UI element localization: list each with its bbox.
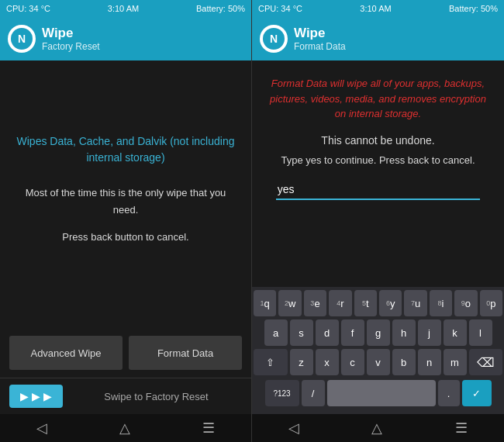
key-p[interactable]: 0p	[480, 290, 502, 316]
undone-text: This cannot be undone.	[321, 134, 434, 147]
right-nav-bar: ◁ △ ☰	[252, 414, 504, 442]
key-e[interactable]: 3e	[304, 290, 326, 316]
key-m[interactable]: m	[444, 349, 467, 375]
time-label-right: 3:10 AM	[360, 4, 391, 13]
home-button-left[interactable]: △	[119, 420, 130, 437]
right-subtitle: Format Data	[294, 41, 346, 52]
key-l[interactable]: l	[469, 319, 492, 346]
delete-key[interactable]: ⌫	[469, 349, 503, 375]
home-button-right[interactable]: △	[371, 420, 382, 437]
key-r[interactable]: 4r	[329, 290, 351, 316]
arrow-2: ▶	[32, 390, 40, 402]
logo-left: N	[8, 25, 36, 53]
key-s[interactable]: s	[290, 319, 313, 346]
swipe-label: Swipe to Factory Reset	[71, 391, 242, 402]
key-z[interactable]: z	[290, 349, 313, 375]
logo-right: N	[260, 25, 288, 53]
period-key[interactable]: .	[438, 380, 460, 406]
status-bar-left: CPU: 34 °C 3:10 AM Battery: 50%	[0, 0, 251, 17]
key-j[interactable]: j	[418, 319, 441, 346]
right-header: N Wipe Format Data	[252, 17, 504, 60]
left-header-text: Wipe Factory Reset	[42, 26, 100, 52]
arrow-3: ▶	[43, 390, 52, 402]
menu-button-right[interactable]: ☰	[455, 420, 468, 437]
left-bottom-buttons: Advanced Wipe Format Data	[0, 328, 251, 378]
key-b[interactable]: b	[392, 349, 416, 375]
key-g[interactable]: g	[367, 319, 390, 346]
key-k[interactable]: k	[444, 319, 467, 346]
key-u[interactable]: 7u	[404, 290, 426, 316]
menu-button-left[interactable]: ☰	[202, 420, 215, 437]
type-prompt: Type yes to continue. Press back to canc…	[281, 154, 475, 166]
keyboard-row2: a s d f g h j k l	[254, 319, 502, 346]
right-content: Format Data will wipe all of your apps, …	[252, 60, 504, 287]
swipe-bar[interactable]: ▶ ▶ ▶ Swipe to Factory Reset	[0, 378, 251, 414]
cpu-label-right: CPU: 34 °C	[258, 4, 302, 13]
left-panel: CPU: 34 °C 3:10 AM Battery: 50% N Wipe F…	[0, 0, 252, 442]
key-i[interactable]: 8i	[430, 290, 452, 316]
logo-inner-right: N	[263, 28, 285, 50]
arrow-1: ▶	[20, 390, 29, 402]
shift-key[interactable]: ⇧	[254, 349, 288, 375]
status-bar-right: CPU: 34 °C 3:10 AM Battery: 50%	[252, 0, 504, 17]
keyboard-row-nums: 1q 2w 3e 4r 5t 6y 7u 8i 9o 0p	[254, 290, 502, 316]
format-data-button[interactable]: Format Data	[129, 336, 242, 370]
left-nav-bar: ◁ △ ☰	[0, 414, 251, 442]
keyboard-row3: ⇧ z x c v b n m ⌫	[254, 349, 502, 375]
key-t[interactable]: 5t	[354, 290, 377, 316]
battery-label-left: Battery: 50%	[196, 4, 245, 13]
right-header-text: Wipe Format Data	[294, 26, 346, 52]
left-content: Wipes Data, Cache, and Dalvik (not inclu…	[0, 60, 251, 328]
slash-key[interactable]: /	[302, 380, 325, 406]
key-c[interactable]: c	[341, 349, 364, 375]
left-header: N Wipe Factory Reset	[0, 17, 251, 60]
key-h[interactable]: h	[392, 319, 416, 346]
cpu-label-left: CPU: 34 °C	[6, 4, 50, 13]
right-panel: CPU: 34 °C 3:10 AM Battery: 50% N Wipe F…	[252, 0, 504, 442]
key-n[interactable]: n	[418, 349, 441, 375]
key-x[interactable]: x	[316, 349, 339, 375]
left-title: Wipe	[42, 26, 100, 41]
key-v[interactable]: v	[367, 349, 390, 375]
logo-inner-left: N	[11, 28, 33, 50]
right-title: Wipe	[294, 26, 346, 41]
key-w[interactable]: 2w	[278, 290, 301, 316]
done-key[interactable]: ✓	[462, 380, 492, 406]
yes-input[interactable]	[276, 180, 481, 200]
back-button-right[interactable]: ◁	[288, 420, 299, 437]
key-q[interactable]: 1q	[254, 290, 276, 316]
time-label-left: 3:10 AM	[108, 4, 139, 13]
sym-key[interactable]: ?123	[265, 380, 299, 406]
left-warning: Wipes Data, Cache, and Dalvik (not inclu…	[12, 133, 239, 166]
key-y[interactable]: 6y	[379, 290, 402, 316]
keyboard: 1q 2w 3e 4r 5t 6y 7u 8i 9o 0p a s d f g …	[252, 287, 504, 414]
key-f[interactable]: f	[341, 319, 364, 346]
left-body1: Most of the time this is the only wipe t…	[12, 185, 239, 219]
back-button-left[interactable]: ◁	[36, 420, 47, 437]
advanced-wipe-button[interactable]: Advanced Wipe	[9, 336, 123, 370]
key-a[interactable]: a	[264, 319, 288, 346]
key-o[interactable]: 9o	[454, 290, 477, 316]
right-warning-red: Format Data will wipe all of your apps, …	[264, 76, 492, 122]
space-key[interactable]	[327, 380, 436, 406]
keyboard-bottom-row: ?123 / . ✓	[254, 378, 502, 408]
left-subtitle: Factory Reset	[42, 41, 100, 52]
left-body2: Press back button to cancel.	[62, 229, 188, 246]
swipe-arrows[interactable]: ▶ ▶ ▶	[9, 385, 63, 408]
key-d[interactable]: d	[316, 319, 339, 346]
battery-label-right: Battery: 50%	[449, 4, 498, 13]
